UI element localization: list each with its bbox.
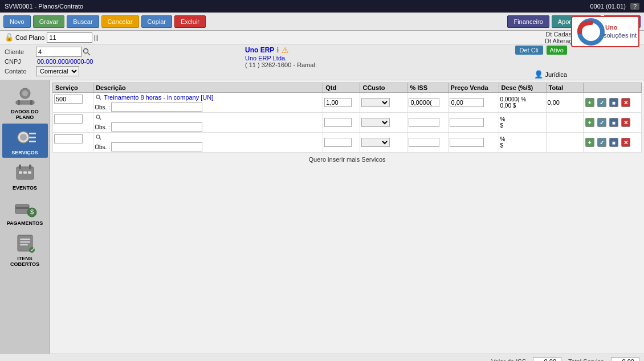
desc-search-1[interactable]	[95, 93, 103, 101]
col-total: Total	[546, 83, 583, 93]
det-cli-button[interactable]: Det Cli	[515, 46, 543, 55]
view-btn-2[interactable]: ■	[609, 118, 618, 127]
svg-rect-22	[15, 207, 29, 209]
obs-input-1[interactable]	[111, 102, 202, 112]
col-qtd: Qtd	[323, 83, 360, 93]
pagamentos-icon: $	[11, 196, 39, 219]
servico-input-2[interactable]	[54, 114, 83, 124]
sidebar-item-eventos[interactable]: EVENTOS	[2, 159, 48, 193]
servico-input-1[interactable]	[54, 95, 83, 104]
svg-point-31	[96, 95, 100, 99]
desc-search-2[interactable]	[95, 113, 103, 121]
services-table: Serviço Descrição Qtd CCusto % ISS Preço…	[52, 83, 642, 153]
logo-area: Uno soluções integradas	[571, 16, 639, 47]
sidebar-item-servicos[interactable]: SERVIÇOS	[2, 124, 48, 158]
svg-rect-18	[19, 171, 22, 174]
ccusto-select-1[interactable]	[361, 98, 390, 107]
desc-dol-3: $	[500, 142, 545, 149]
more-services-link[interactable]: Quero inserir mais Servicos	[52, 153, 642, 166]
itens-cobertos-label: ITENS COBERTOS	[3, 256, 47, 267]
del-btn-3[interactable]: ✕	[621, 138, 630, 147]
del-btn-1[interactable]: ✕	[621, 98, 630, 107]
svg-text:soluções integradas: soluções integradas	[604, 32, 637, 39]
client-row: Cliente Uno ERP ℹ ⚠ Uno ERP Ltda. ( 11 )…	[5, 47, 639, 57]
qtd-input-1[interactable]	[324, 98, 352, 107]
preco-input-3[interactable]	[450, 138, 484, 147]
add-btn-2[interactable]: +	[585, 118, 594, 127]
ccusto-select-2[interactable]	[361, 118, 390, 127]
cell-pctiss-2	[407, 113, 448, 133]
cell-descricao-3: Obs. :	[93, 133, 323, 153]
svg-rect-12	[29, 133, 36, 134]
cell-descricao-2: Obs. :	[93, 113, 323, 133]
svg-point-0	[84, 49, 88, 54]
view-btn-1[interactable]: ■	[609, 98, 618, 107]
obs-input-3[interactable]	[111, 142, 202, 151]
cell-actions-2: + ✓ ■ ✕	[583, 113, 641, 133]
cod-plano-input[interactable]	[47, 32, 92, 43]
add-btn-1[interactable]: +	[585, 98, 594, 107]
total-servico-value: 0,00	[611, 357, 639, 362]
preco-input-2[interactable]	[450, 118, 484, 127]
ccusto-select-3[interactable]	[361, 138, 390, 147]
obs-label-1: Obs. :	[95, 104, 110, 110]
lock-icon: 🔓	[5, 33, 14, 42]
cell-servico-1	[53, 93, 93, 113]
view-btn-3[interactable]: ■	[609, 138, 618, 147]
col-actions	[583, 83, 641, 93]
cell-preco-2	[448, 113, 499, 133]
cod-plano-row: 🔓 Cod Plano ||| Dt Cadastro: 22/12/2010 …	[0, 31, 644, 44]
desc-pct-2: %	[500, 116, 545, 122]
desc-search-3[interactable]	[95, 133, 103, 141]
svg-rect-28	[20, 244, 28, 245]
cancelar-button[interactable]: Cancelar	[101, 15, 139, 28]
juridica-label: Jurídica	[545, 71, 567, 78]
excluir-button[interactable]: Excluir	[174, 15, 206, 28]
svg-point-35	[96, 135, 100, 138]
valor-iss-label: Valor do ISS	[491, 358, 526, 362]
cell-descricao-1: Treinamento 8 horas - in company [UN] Ob…	[93, 93, 323, 113]
app-info: 0001 (01.01)	[590, 3, 625, 10]
valor-iss-value: 0,00	[533, 357, 561, 362]
cliente-label: Cliente	[5, 48, 36, 55]
cell-desc-3: % $	[499, 133, 546, 153]
contato-select[interactable]: Comercial	[36, 66, 79, 76]
cnpj-row: CNPJ 00.000.000/0000-00	[5, 58, 639, 65]
check-btn-1[interactable]: ✓	[597, 98, 606, 107]
erp-info-icon: ℹ	[276, 46, 279, 54]
cliente-input[interactable]	[36, 47, 81, 57]
cell-desc-1: 0,0000( % 0,00 $	[499, 93, 546, 113]
cliente-search-button[interactable]	[81, 47, 92, 57]
gravar-button[interactable]: Gravar	[33, 15, 65, 28]
pctiss-input-3[interactable]	[409, 138, 439, 147]
dados-plano-icon	[11, 85, 39, 108]
table-row: Treinamento 8 horas - in company [UN] Ob…	[53, 93, 642, 113]
sidebar-item-pagamentos[interactable]: $ PAGAMENTOS	[2, 194, 48, 228]
qtd-input-2[interactable]	[324, 118, 352, 127]
del-btn-2[interactable]: ✕	[621, 118, 630, 127]
copiar-button[interactable]: Copiar	[141, 15, 172, 28]
check-btn-3[interactable]: ✓	[597, 138, 606, 147]
cell-ccusto-1	[360, 93, 407, 113]
cell-total-3	[546, 133, 583, 153]
buscar-button[interactable]: Buscar	[67, 15, 99, 28]
pctiss-input-1[interactable]	[409, 98, 439, 107]
add-btn-3[interactable]: +	[585, 138, 594, 147]
pctiss-input-2[interactable]	[409, 118, 439, 127]
sidebar-item-dados-plano[interactable]: DADOS DO PLANO	[2, 83, 48, 122]
svg-text:$: $	[30, 208, 34, 215]
novo-button[interactable]: Novo	[3, 15, 31, 28]
check-btn-2[interactable]: ✓	[597, 118, 606, 127]
erp-name: Uno ERP	[245, 46, 274, 54]
sidebar-item-itens-cobertos[interactable]: ✓ ITENS COBERTOS	[2, 229, 48, 269]
help-icon[interactable]: ?	[630, 3, 639, 10]
erp-phone: ( 11 ) 3262-1600 - Ramal:	[245, 61, 317, 68]
obs-input-2[interactable]	[111, 122, 202, 132]
preco-input-1[interactable]	[450, 98, 484, 107]
servico-input-3[interactable]	[54, 134, 83, 143]
cell-qtd-1	[323, 93, 360, 113]
cell-ccusto-2	[360, 113, 407, 133]
qtd-input-3[interactable]	[324, 138, 352, 147]
financeiro-button[interactable]: Financeiro	[507, 15, 549, 28]
total-value-1: 0,00	[548, 99, 560, 106]
